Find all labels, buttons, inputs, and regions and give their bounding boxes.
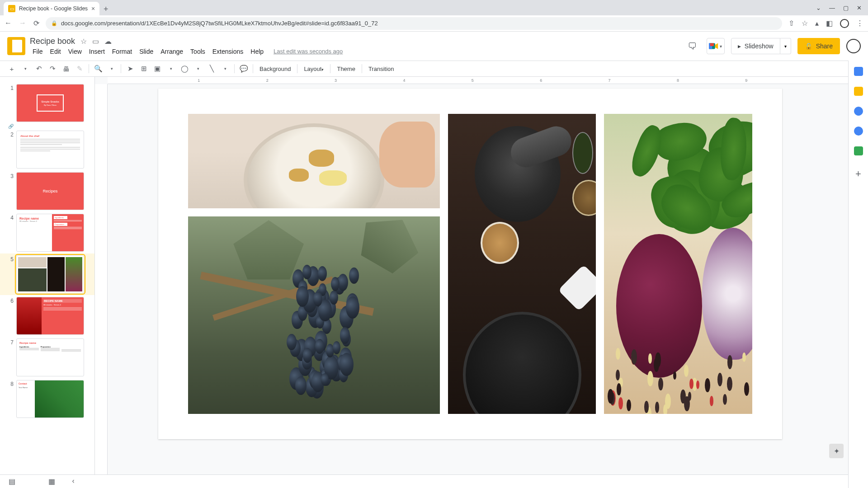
tasks-icon[interactable] [854, 107, 863, 116]
select-tool[interactable]: ➤ [124, 62, 137, 75]
collapse-filmstrip-icon[interactable]: › [67, 476, 80, 487]
explore-button[interactable]: ✦ [829, 444, 844, 458]
slide-thumb-7[interactable]: Recipe name Ingredients Preparation [16, 338, 84, 376]
slideshow-button[interactable]: ▸ Slideshow [731, 38, 780, 54]
meet-icon [709, 42, 719, 50]
slide-thumb-4[interactable]: Recipe name30 minutes · Serves 4 Ingredi… [16, 214, 84, 252]
menu-file[interactable]: File [30, 47, 46, 56]
thumb-row: 3 Recipes [0, 170, 94, 212]
new-slide-button[interactable]: + [5, 62, 18, 75]
maps-icon[interactable] [854, 146, 863, 155]
move-doc-icon[interactable]: ▭ [92, 37, 99, 46]
menu-insert[interactable]: Insert [86, 47, 108, 56]
paint-format-button[interactable]: ✎ [73, 62, 86, 75]
kebab-menu-icon[interactable]: ⋮ [856, 19, 863, 28]
document-title[interactable]: Recipe book [30, 37, 75, 46]
slide-thumb-3[interactable]: Recipes [16, 172, 84, 210]
menu-view[interactable]: View [66, 47, 85, 56]
theme-button[interactable]: Theme [333, 66, 359, 72]
layout-button[interactable]: Layout▾ [300, 66, 327, 72]
menu-extensions[interactable]: Extensions [210, 47, 246, 56]
reload-icon[interactable]: ⟳ [33, 19, 39, 28]
close-window-icon[interactable]: ✕ [857, 5, 862, 11]
redo-button[interactable]: ↷ [46, 62, 59, 75]
meet-button[interactable]: ▾ [707, 38, 725, 54]
filmstrip[interactable]: 1 Simple SnacksBy Dana Olivas 🔗 2 About … [0, 77, 95, 474]
link-icon: 🔗 [0, 124, 94, 129]
slide-thumb-8[interactable]: ContactYour Name [16, 380, 84, 418]
star-doc-icon[interactable]: ☆ [80, 37, 87, 46]
add-addon-icon[interactable]: + [855, 168, 861, 180]
slideshow-dropdown[interactable]: ▾ [780, 38, 791, 54]
address-bar: ← → ⟳ 🔒 docs.google.com/presentation/d/1… [0, 15, 868, 32]
back-icon[interactable]: ← [5, 19, 12, 28]
last-edit-link[interactable]: Last edit was seconds ago [271, 47, 345, 56]
extension-icon[interactable]: ▴ [815, 19, 819, 28]
canvas-area[interactable]: 1 2 3 4 5 6 7 8 9 [95, 77, 868, 474]
slide-thumb-2[interactable]: About the chef [16, 131, 84, 169]
menu-format[interactable]: Format [109, 47, 135, 56]
zoom-dropdown[interactable]: ▾ [105, 62, 118, 75]
cloud-status-icon[interactable]: ☁ [104, 37, 112, 46]
menu-help[interactable]: Help [248, 47, 266, 56]
separator [297, 64, 297, 73]
forward-icon[interactable]: → [19, 19, 26, 28]
menu-arrange[interactable]: Arrange [158, 47, 186, 56]
calendar-icon[interactable] [854, 67, 863, 76]
browser-tab[interactable]: ▭ Recipe book - Google Slides × [4, 2, 99, 15]
menu-edit[interactable]: Edit [47, 47, 64, 56]
slide-thumb-1[interactable]: Simple SnacksBy Dana Olivas [16, 84, 84, 122]
profile-avatar-small[interactable] [840, 19, 849, 28]
zoom-button[interactable]: 🔍 [92, 62, 104, 75]
share-button[interactable]: 🔒 Share [797, 38, 840, 54]
slide-image-grapes[interactable] [188, 216, 440, 414]
shape-dropdown[interactable]: ▾ [192, 62, 204, 75]
grid-view-icon[interactable]: ▦ [45, 476, 58, 487]
chevron-down-icon[interactable]: ⌄ [816, 5, 821, 11]
background-button[interactable]: Background [256, 66, 294, 72]
slide-thumb-6[interactable]: RECIPE NAME30 minutes · Serves 4 [16, 297, 84, 335]
thumb-number: 8 [8, 380, 14, 387]
slide-image-onion[interactable] [604, 114, 752, 414]
account-avatar[interactable] [846, 39, 861, 53]
shape-tool[interactable]: ◯ [178, 62, 191, 75]
slides-logo[interactable] [7, 37, 25, 55]
sidepanel-icon[interactable]: ◧ [826, 19, 833, 28]
contacts-icon[interactable] [854, 127, 863, 136]
textbox-tool[interactable]: ⊞ [137, 62, 150, 75]
minimize-icon[interactable]: — [829, 5, 835, 11]
comment-history-icon[interactable]: 🗨 [684, 38, 700, 54]
tab-title: Recipe book - Google Slides [19, 5, 88, 12]
new-tab-button[interactable]: + [99, 3, 112, 15]
print-button[interactable]: 🖶 [60, 62, 72, 75]
slide-image-spices[interactable] [448, 114, 596, 414]
url-text: docs.google.com/presentation/d/1XEcBe1Dv… [61, 20, 378, 27]
undo-button[interactable]: ↶ [33, 62, 45, 75]
image-tool[interactable]: ▣ [151, 62, 164, 75]
filmstrip-view-icon[interactable]: ▤ [5, 476, 18, 487]
url-field[interactable]: 🔒 docs.google.com/presentation/d/1XEcBe1… [46, 17, 782, 30]
menu-bar: File Edit View Insert Format Slide Arran… [30, 47, 679, 56]
star-icon[interactable]: ☆ [802, 19, 808, 28]
slide-thumb-5[interactable] [16, 255, 84, 293]
menu-tools[interactable]: Tools [188, 47, 208, 56]
install-icon[interactable]: ⇧ [788, 19, 794, 28]
menu-slide[interactable]: Slide [137, 47, 156, 56]
line-tool[interactable]: ╲ [205, 62, 218, 75]
slide-canvas[interactable] [158, 89, 782, 439]
slide-image-tea[interactable] [188, 114, 440, 208]
image-dropdown[interactable]: ▾ [165, 62, 177, 75]
thumb-row: 7 Recipe name Ingredients Preparation [0, 337, 94, 378]
maximize-icon[interactable]: ▢ [843, 5, 849, 11]
line-dropdown[interactable]: ▾ [219, 62, 231, 75]
close-tab-icon[interactable]: × [91, 5, 95, 12]
thumb-row: 8 ContactYour Name [0, 378, 94, 420]
thumb-title: Contact [19, 382, 33, 385]
transition-button[interactable]: Transition [365, 66, 398, 72]
new-slide-dropdown[interactable]: ▾ [19, 62, 32, 75]
separator [121, 64, 121, 73]
thumb-number: 2 [8, 131, 14, 138]
comment-button[interactable]: 💬 [237, 62, 250, 75]
thumb-row: 2 About the chef [0, 129, 94, 170]
keep-icon[interactable] [854, 87, 863, 96]
